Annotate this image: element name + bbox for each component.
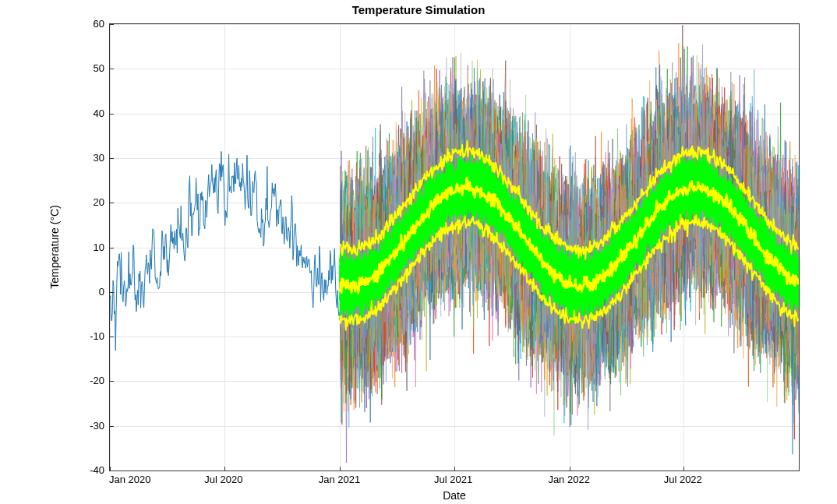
ytick-8: 40: [73, 107, 104, 118]
ytick-9: 50: [73, 62, 104, 74]
ytick-5: 10: [73, 241, 104, 252]
ytick-2: -20: [73, 375, 104, 386]
ytick-6: 20: [73, 196, 104, 208]
xtick-1: Jul 2020: [204, 474, 242, 485]
ytick-0: -40: [73, 464, 104, 476]
chart-title: Temperature Simulation: [0, 3, 837, 16]
xtick-3: Jul 2021: [434, 474, 472, 485]
xtick-0: Jan 2020: [109, 474, 151, 485]
plot-area: [109, 23, 800, 471]
y-axis-label: Temperature (°C): [48, 205, 61, 289]
xtick-4: Jan 2022: [548, 474, 590, 485]
x-axis-label: Date: [443, 489, 466, 502]
xtick-5: Jul 2022: [664, 474, 702, 485]
xtick-2: Jan 2021: [319, 474, 361, 485]
ytick-10: 60: [73, 18, 104, 30]
lines-canvas: [110, 24, 799, 471]
ytick-1: -30: [73, 419, 104, 431]
ytick-4: 0: [73, 285, 104, 297]
ytick-7: 30: [73, 151, 104, 163]
ytick-3: -10: [73, 330, 104, 342]
